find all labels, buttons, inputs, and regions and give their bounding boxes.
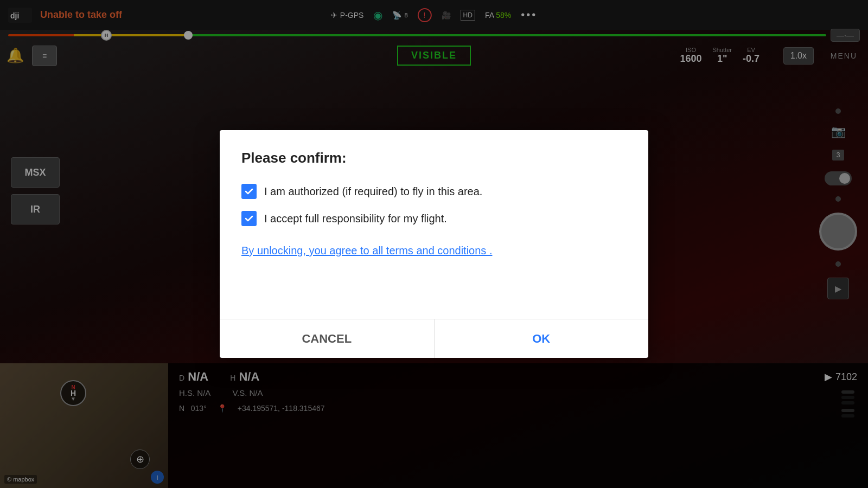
checkbox-row-1: I am authorized (if required) to fly in … — [241, 184, 627, 199]
ok-button[interactable]: OK — [435, 319, 649, 358]
checkbox-2-label: I accept full responsibility for my flig… — [264, 213, 447, 225]
confirm-dialog: Please confirm: I am authorized (if requ… — [220, 130, 648, 358]
checkmark-2-icon — [244, 214, 254, 223]
dialog-body: Please confirm: I am authorized (if requ… — [220, 130, 648, 319]
checkbox-2[interactable] — [241, 211, 257, 226]
checkbox-1-label: I am authorized (if required) to fly in … — [264, 185, 482, 198]
modal-overlay: Please confirm: I am authorized (if requ… — [0, 0, 868, 488]
checkbox-1[interactable] — [241, 184, 257, 199]
cancel-button[interactable]: CANCEL — [220, 319, 435, 358]
dialog-footer: CANCEL OK — [220, 319, 648, 358]
checkbox-row-2: I accept full responsibility for my flig… — [241, 211, 627, 226]
checkmark-1-icon — [244, 187, 254, 196]
dialog-title: Please confirm: — [241, 150, 627, 166]
terms-link[interactable]: By unlocking, you agree to all terms and… — [241, 245, 492, 257]
